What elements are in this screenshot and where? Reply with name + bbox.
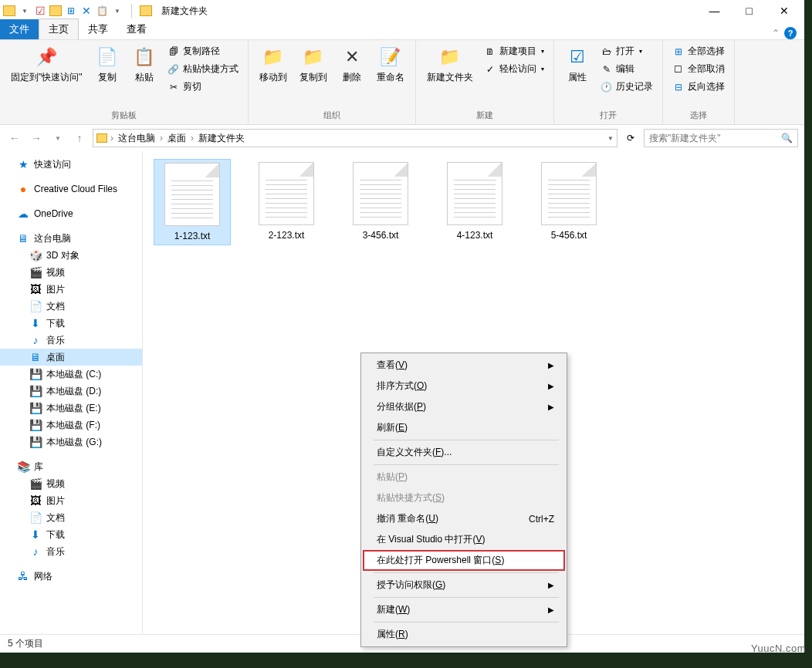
- sidebar-item-documents[interactable]: 📄文档: [0, 298, 142, 315]
- sidebar-item-disk-d[interactable]: 💾本地磁盘 (D:): [0, 383, 142, 400]
- collapse-ribbon-icon[interactable]: ⌃: [772, 28, 780, 39]
- pin-button[interactable]: 📌 固定到"快速访问": [6, 43, 87, 86]
- copy-path-button[interactable]: 🗐复制路径: [164, 43, 242, 59]
- open-folder-icon[interactable]: [49, 5, 62, 16]
- sidebar-item-disk-c[interactable]: 💾本地磁盘 (C:): [0, 366, 142, 383]
- sidebar-item-libraries[interactable]: 📚库: [0, 458, 142, 475]
- sidebar-item-lib-pictures[interactable]: 🖼图片: [0, 492, 142, 509]
- menu-sort[interactable]: 排序方式(O)▶: [363, 376, 565, 396]
- delete-icon: ✕: [340, 45, 364, 69]
- menu-customize[interactable]: 自定义文件夹(F)...: [363, 442, 565, 463]
- cloud-icon: ●: [17, 183, 29, 195]
- file-item[interactable]: 1-123.txt: [154, 159, 231, 245]
- crumb-current[interactable]: 新建文件夹: [197, 132, 246, 145]
- recent-button[interactable]: ▼: [49, 130, 66, 147]
- dropdown-icon[interactable]: ▼: [111, 5, 123, 17]
- star-icon: ★: [17, 158, 29, 170]
- down-arrow-icon[interactable]: ▼: [19, 5, 31, 17]
- crumb-this-pc[interactable]: 这台电脑: [117, 132, 157, 145]
- cut-button[interactable]: ✂剪切: [164, 79, 242, 95]
- ribbon-group-clipboard: 📌 固定到"快速访问" 📄 复制 📋 粘贴 🗐复制路径 🔗粘贴快捷方式 ✂剪切: [0, 40, 249, 124]
- forward-button[interactable]: →: [28, 130, 45, 147]
- ribbon-group-open: ☑ 属性 🗁打开▾ ✎编辑 🕐历史记录 打开: [554, 40, 663, 124]
- sidebar-item-downloads[interactable]: ⬇下载: [0, 315, 142, 332]
- new-folder-button[interactable]: 📁 新建文件夹: [422, 43, 478, 86]
- group-label: 新建: [422, 108, 547, 121]
- sidebar-item-this-pc[interactable]: 🖥这台电脑: [0, 230, 142, 247]
- file-item[interactable]: 4-123.txt: [436, 159, 513, 245]
- sidebar-item-3d-objects[interactable]: 🎲3D 对象: [0, 247, 142, 264]
- shortcut-icon: 🔗: [167, 63, 180, 76]
- tab-file[interactable]: 文件: [0, 19, 39, 39]
- move-to-button[interactable]: 📁 移动到: [255, 43, 292, 86]
- copy-icon[interactable]: 📋: [96, 5, 108, 17]
- select-icon[interactable]: ⊞: [65, 5, 77, 17]
- menu-refresh[interactable]: 刷新(E): [363, 417, 565, 438]
- text-file-icon: [353, 162, 408, 225]
- sidebar-item-lib-music[interactable]: ♪音乐: [0, 543, 142, 560]
- back-button[interactable]: ←: [6, 130, 23, 147]
- sidebar-item-desktop[interactable]: 🖥桌面: [0, 349, 142, 366]
- sidebar-item-onedrive[interactable]: ☁OneDrive: [0, 205, 142, 222]
- tab-view[interactable]: 查看: [117, 19, 156, 39]
- help-icon[interactable]: ?: [784, 27, 797, 39]
- menu-open-powershell[interactable]: 在此处打开 Powershell 窗口(S): [363, 550, 565, 571]
- maximize-button[interactable]: □: [732, 0, 766, 22]
- minimize-button[interactable]: —: [697, 0, 732, 22]
- sidebar-item-disk-f[interactable]: 💾本地磁盘 (F:): [0, 417, 142, 434]
- sidebar-item-network[interactable]: 🖧网络: [0, 568, 142, 585]
- edit-button[interactable]: ✎编辑: [597, 61, 656, 77]
- rename-button[interactable]: 📝 重命名: [372, 43, 409, 86]
- menu-new[interactable]: 新建(W)▶: [363, 599, 565, 620]
- crumb-desktop[interactable]: 桌面: [166, 132, 188, 145]
- menu-paste-shortcut: 粘贴快捷方式(S): [363, 488, 565, 508]
- open-button[interactable]: 🗁打开▾: [597, 43, 656, 59]
- sidebar-item-videos[interactable]: 🎬视频: [0, 264, 142, 281]
- refresh-button[interactable]: ⟳: [622, 130, 639, 147]
- properties-button[interactable]: ☑ 属性: [560, 43, 594, 86]
- invert-selection-button[interactable]: ⊟反向选择: [669, 79, 728, 95]
- delete-button[interactable]: ✕ 删除: [335, 43, 369, 86]
- tab-share[interactable]: 共享: [79, 19, 117, 39]
- up-button[interactable]: ↑: [71, 130, 88, 147]
- delete-icon[interactable]: ✕: [80, 5, 93, 17]
- menu-group-by[interactable]: 分组依据(P)▶: [363, 396, 565, 417]
- sidebar-item-lib-videos[interactable]: 🎬视频: [0, 475, 142, 492]
- paste-button[interactable]: 📋 粘贴: [127, 43, 161, 86]
- close-button[interactable]: ✕: [766, 0, 801, 22]
- menu-properties[interactable]: 属性(R): [363, 624, 565, 645]
- group-label: 组织: [255, 108, 409, 121]
- sidebar-item-lib-downloads[interactable]: ⬇下载: [0, 526, 142, 543]
- search-box[interactable]: 🔍: [644, 129, 798, 147]
- history-button[interactable]: 🕐历史记录: [597, 79, 656, 95]
- file-item[interactable]: 5-456.txt: [530, 159, 607, 245]
- paste-shortcut-button[interactable]: 🔗粘贴快捷方式: [164, 61, 242, 77]
- copy-button[interactable]: 📄 复制: [90, 43, 124, 86]
- sidebar-item-disk-e[interactable]: 💾本地磁盘 (E:): [0, 400, 142, 417]
- copy-to-button[interactable]: 📁 复制到: [295, 43, 332, 86]
- menu-open-vs[interactable]: 在 Visual Studio 中打开(V): [363, 529, 565, 550]
- select-none-button[interactable]: ☐全部取消: [669, 61, 728, 77]
- select-all-button[interactable]: ⊞全部选择: [669, 43, 728, 59]
- file-item[interactable]: 3-456.txt: [342, 159, 419, 245]
- sidebar-item-disk-g[interactable]: 💾本地磁盘 (G:): [0, 434, 142, 450]
- sidebar-item-pictures[interactable]: 🖼图片: [0, 281, 142, 298]
- menu-grant-access[interactable]: 授予访问权限(G)▶: [363, 575, 565, 595]
- sidebar-item-creative-cloud[interactable]: ●Creative Cloud Files: [0, 180, 142, 197]
- address-dropdown-icon[interactable]: ▼: [607, 135, 614, 142]
- properties-icon[interactable]: ☑: [34, 5, 46, 17]
- sidebar-item-music[interactable]: ♪音乐: [0, 332, 142, 349]
- download-icon: ⬇: [29, 528, 42, 541]
- sidebar-item-quick-access[interactable]: ★快速访问: [0, 156, 142, 173]
- search-input[interactable]: [649, 133, 781, 143]
- sidebar-item-lib-documents[interactable]: 📄文档: [0, 509, 142, 526]
- crumb-sep: ›: [110, 133, 113, 143]
- menu-separator: [374, 597, 559, 598]
- tab-home[interactable]: 主页: [39, 19, 79, 39]
- file-item[interactable]: 2-123.txt: [248, 159, 325, 245]
- menu-view[interactable]: 查看(V)▶: [363, 355, 565, 376]
- new-item-button[interactable]: 🗎新建项目▾: [481, 43, 547, 59]
- easy-access-button[interactable]: ✓轻松访问▾: [481, 61, 547, 77]
- menu-undo-rename[interactable]: 撤消 重命名(U)Ctrl+Z: [363, 508, 565, 529]
- address-box[interactable]: › 这台电脑 › 桌面 › 新建文件夹 ▼: [93, 129, 617, 147]
